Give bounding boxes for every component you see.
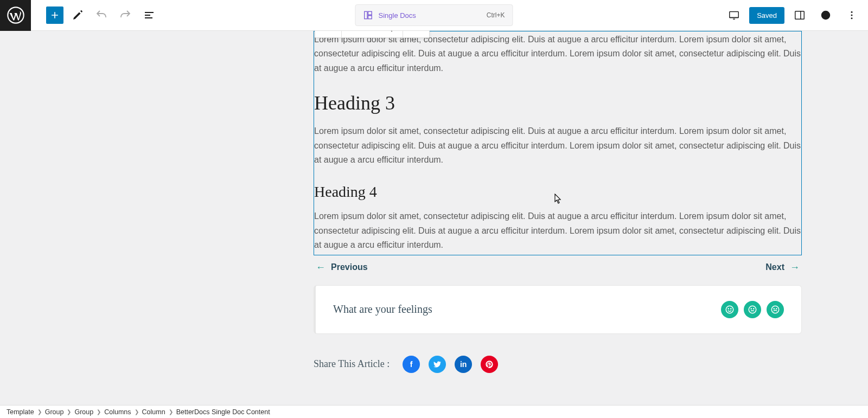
svg-point-19	[776, 308, 777, 308]
paragraph[interactable]: Lorem ipsum dolor sit amet, consectetur …	[314, 33, 801, 75]
template-icon	[363, 10, 373, 20]
share-facebook-button[interactable]: f	[403, 356, 420, 373]
reaction-neutral-button[interactable]	[744, 301, 761, 318]
wordpress-logo[interactable]	[0, 0, 31, 31]
svg-point-15	[754, 308, 754, 308]
svg-point-17	[771, 306, 779, 313]
svg-point-13	[749, 306, 756, 313]
svg-rect-5	[795, 11, 805, 20]
paragraph[interactable]: Lorem ipsum dolor sit amet, consectetur …	[314, 124, 801, 167]
redo-button[interactable]	[116, 5, 135, 25]
svg-point-12	[731, 308, 731, 308]
share-twitter-button[interactable]	[429, 356, 446, 373]
svg-rect-2	[368, 11, 372, 15]
svg-point-18	[774, 308, 774, 308]
share-label: Share This Article :	[314, 358, 390, 370]
svg-point-9	[851, 17, 853, 19]
breadcrumb-item[interactable]: Template	[7, 408, 34, 416]
heading-3[interactable]: Heading 3	[314, 92, 801, 114]
chevron-right-icon: ❯	[135, 409, 139, 415]
document-overview-button[interactable]	[139, 5, 159, 25]
previous-label: Previous	[331, 262, 368, 272]
more-options-button[interactable]	[841, 4, 863, 26]
selected-content-block[interactable]: Lorem ipsum dolor sit amet, consectetur …	[314, 31, 802, 255]
keyboard-shortcut: Ctrl+K	[487, 11, 505, 19]
next-link[interactable]: Next →	[765, 262, 800, 273]
settings-sidebar-toggle[interactable]	[789, 4, 810, 26]
breadcrumb-item[interactable]: Group	[45, 408, 64, 416]
reaction-happy-button[interactable]	[721, 301, 738, 318]
chevron-right-icon: ❯	[67, 409, 71, 415]
undo-button[interactable]	[92, 5, 111, 25]
paragraph[interactable]: Lorem ipsum dolor sit amet, consectetur …	[314, 209, 801, 252]
feelings-title: What are your feelings	[333, 303, 432, 316]
breadcrumb-item[interactable]: BetterDocs Single Doc Content	[176, 408, 270, 416]
save-button[interactable]: Saved	[749, 7, 784, 24]
reaction-sad-button[interactable]	[767, 301, 784, 318]
document-name: Single Docs	[378, 11, 416, 20]
chevron-right-icon: ❯	[37, 409, 42, 415]
feelings-box: What are your feelings	[314, 285, 802, 334]
next-label: Next	[765, 262, 784, 272]
svg-point-10	[726, 306, 733, 313]
svg-rect-4	[730, 12, 739, 18]
share-linkedin-button[interactable]: in	[455, 356, 472, 373]
svg-point-11	[728, 308, 729, 308]
edit-tool-button[interactable]	[68, 5, 87, 25]
styles-button[interactable]	[815, 4, 837, 26]
breadcrumb-item[interactable]: Group	[74, 408, 93, 416]
svg-rect-3	[368, 16, 372, 19]
svg-rect-1	[365, 11, 367, 19]
breadcrumb-item[interactable]: Column	[142, 408, 165, 416]
breadcrumb-item[interactable]: Columns	[104, 408, 131, 416]
add-block-button[interactable]	[46, 7, 63, 24]
svg-point-7	[851, 11, 853, 13]
arrow-left-icon: ←	[316, 262, 326, 273]
arrow-right-icon: →	[790, 262, 800, 273]
document-switcher[interactable]: Single Docs Ctrl+K	[355, 4, 513, 26]
svg-point-8	[851, 15, 853, 16]
heading-4[interactable]: Heading 4	[314, 183, 801, 201]
svg-point-14	[751, 308, 751, 308]
previous-link[interactable]: ← Previous	[316, 262, 368, 273]
share-pinterest-button[interactable]	[481, 356, 498, 373]
breadcrumb: Template ❯ Group ❯ Group ❯ Columns ❯ Col…	[0, 405, 868, 418]
view-desktop-button[interactable]	[723, 4, 745, 26]
chevron-right-icon: ❯	[97, 409, 101, 415]
chevron-right-icon: ❯	[169, 409, 173, 415]
